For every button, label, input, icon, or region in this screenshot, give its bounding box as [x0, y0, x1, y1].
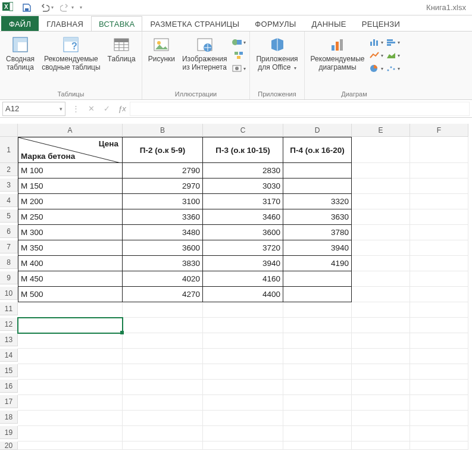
row-header-18[interactable]: 18: [0, 411, 18, 424]
cell-F11[interactable]: [410, 302, 468, 318]
col-header-C[interactable]: C: [203, 124, 283, 137]
row-header-9[interactable]: 9: [0, 271, 18, 284]
cell-B7[interactable]: 3600: [123, 240, 203, 256]
cell-E12[interactable]: [352, 318, 410, 333]
cell-F5[interactable]: [410, 209, 468, 225]
row-header-14[interactable]: 14: [0, 349, 18, 362]
worksheet-grid[interactable]: A B C D E F 1 Цена Марка бетона П-2 (о.к…: [0, 124, 472, 450]
row-header-10[interactable]: 10: [0, 287, 18, 300]
cell-B1[interactable]: П-2 (о.к 5-9): [123, 137, 203, 163]
cell-E11[interactable]: [352, 302, 410, 318]
cell-B6[interactable]: 3480: [123, 225, 203, 240]
table-button[interactable]: Таблица: [105, 34, 138, 65]
cell-E20[interactable]: [352, 441, 410, 450]
column-chart-button[interactable]: ▾: [369, 36, 383, 48]
cell-C7[interactable]: 3720: [203, 240, 283, 256]
cell-A4[interactable]: М 200: [18, 194, 123, 209]
cell-C2[interactable]: 2830: [203, 163, 283, 178]
cell-A18[interactable]: [18, 411, 123, 426]
cell-A9[interactable]: М 450: [18, 271, 123, 287]
cell-C19[interactable]: [203, 426, 283, 441]
cell-D20[interactable]: [283, 441, 352, 450]
cell-D3[interactable]: [283, 178, 352, 194]
cell-A7[interactable]: М 350: [18, 240, 123, 256]
pictures-button[interactable]: Рисунки: [146, 34, 177, 65]
cell-C17[interactable]: [203, 395, 283, 411]
cell-A15[interactable]: [18, 364, 123, 380]
cell-C16[interactable]: [203, 380, 283, 395]
cell-D14[interactable]: [283, 349, 352, 364]
undo-dropdown-icon[interactable]: ▾: [51, 5, 54, 10]
cell-D1[interactable]: П-4 (о.к 16-20): [283, 137, 352, 163]
cell-C14[interactable]: [203, 349, 283, 364]
cell-F20[interactable]: [410, 441, 468, 450]
cell-E5[interactable]: [352, 209, 410, 225]
cell-E13[interactable]: [352, 333, 410, 349]
col-header-D[interactable]: D: [283, 124, 352, 137]
redo-dropdown-icon[interactable]: ▾: [71, 5, 74, 10]
cell-C3[interactable]: 3030: [203, 178, 283, 194]
cell-D9[interactable]: [283, 271, 352, 287]
row-header-5[interactable]: 5: [0, 209, 18, 223]
cell-A8[interactable]: М 400: [18, 256, 123, 271]
cell-E17[interactable]: [352, 395, 410, 411]
cell-B16[interactable]: [123, 380, 203, 395]
cell-B13[interactable]: [123, 333, 203, 349]
cell-A16[interactable]: [18, 380, 123, 395]
cell-C15[interactable]: [203, 364, 283, 380]
col-header-F[interactable]: F: [410, 124, 468, 137]
cell-D7[interactable]: 3940: [283, 240, 352, 256]
cell-E10[interactable]: [352, 287, 410, 302]
cell-A10[interactable]: М 500: [18, 287, 123, 302]
cell-D10[interactable]: [283, 287, 352, 302]
row-header-13[interactable]: 13: [0, 333, 18, 346]
cell-C13[interactable]: [203, 333, 283, 349]
cell-B9[interactable]: 4020: [123, 271, 203, 287]
cell-A14[interactable]: [18, 349, 123, 364]
cell-A20[interactable]: [18, 441, 123, 450]
cell-A11[interactable]: [18, 302, 123, 318]
row-header-11[interactable]: 11: [0, 302, 18, 315]
row-header-7[interactable]: 7: [0, 240, 18, 253]
office-apps-button[interactable]: Приложения для Office ▾: [254, 34, 300, 73]
cell-F2[interactable]: [410, 163, 468, 178]
pivot-table-button[interactable]: Сводная таблица: [4, 34, 37, 73]
cell-E2[interactable]: [352, 163, 410, 178]
insert-function-button[interactable]: ƒx: [114, 104, 130, 113]
cell-D12[interactable]: [283, 318, 352, 333]
tab-review[interactable]: РЕЦЕНЗИ: [354, 16, 408, 31]
cell-E6[interactable]: [352, 225, 410, 240]
cell-F15[interactable]: [410, 364, 468, 380]
line-chart-button[interactable]: ▾: [369, 49, 383, 61]
cell-F8[interactable]: [410, 256, 468, 271]
cell-E4[interactable]: [352, 194, 410, 209]
cell-D16[interactable]: [283, 380, 352, 395]
accept-formula-button[interactable]: ✓: [99, 104, 114, 113]
row-header-15[interactable]: 15: [0, 364, 18, 377]
cell-F7[interactable]: [410, 240, 468, 256]
cell-F1[interactable]: [410, 137, 468, 163]
recommended-charts-button[interactable]: Рекомендуемые диаграммы: [308, 34, 367, 73]
cell-A3[interactable]: М 150: [18, 178, 123, 194]
smartart-button[interactable]: [232, 49, 246, 61]
row-header-3[interactable]: 3: [0, 178, 18, 192]
cell-E8[interactable]: [352, 256, 410, 271]
cell-B8[interactable]: 3830: [123, 256, 203, 271]
cell-B14[interactable]: [123, 349, 203, 364]
cell-F14[interactable]: [410, 349, 468, 364]
cell-B12[interactable]: [123, 318, 203, 333]
cell-C9[interactable]: 4160: [203, 271, 283, 287]
row-header-12[interactable]: 12: [0, 318, 18, 331]
cell-F12[interactable]: [410, 318, 468, 333]
name-box[interactable]: A12 ▾: [2, 102, 65, 116]
cell-A1[interactable]: Цена Марка бетона: [18, 137, 123, 163]
pie-chart-button[interactable]: ▾: [369, 62, 383, 74]
cell-D19[interactable]: [283, 426, 352, 441]
bar-chart-button[interactable]: ▾: [386, 36, 400, 48]
tab-pagelayout[interactable]: РАЗМЕТКА СТРАНИЦЫ: [142, 16, 247, 31]
row-header-4[interactable]: 4: [0, 194, 18, 207]
cell-C11[interactable]: [203, 302, 283, 318]
row-header-6[interactable]: 6: [0, 225, 18, 238]
cell-C4[interactable]: 3170: [203, 194, 283, 209]
tab-home[interactable]: ГЛАВНАЯ: [39, 16, 91, 31]
